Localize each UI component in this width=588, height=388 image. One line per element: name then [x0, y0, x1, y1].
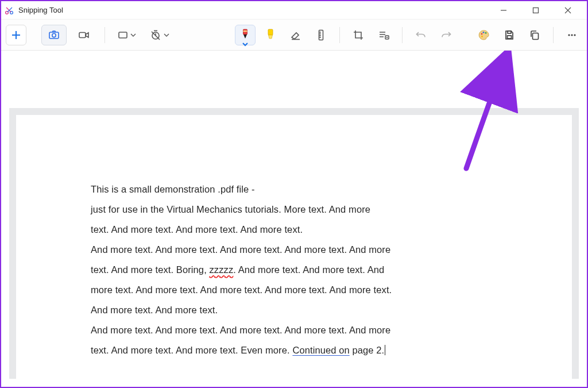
timer-off-icon [150, 29, 161, 41]
toolbar [1, 20, 587, 51]
svg-rect-32 [508, 31, 511, 33]
ellipsis-icon [566, 29, 578, 41]
snip-mode-button[interactable] [41, 25, 67, 45]
captured-image-frame: This is a small demonstration .pdf file … [9, 108, 579, 379]
app-icon [5, 6, 14, 15]
more-button[interactable] [562, 25, 582, 45]
pen-icon [240, 29, 250, 41]
svg-rect-13 [119, 32, 127, 38]
svg-point-28 [481, 33, 483, 34]
pen-tool-button[interactable] [235, 25, 256, 45]
svg-rect-12 [79, 32, 86, 37]
crop-icon [353, 29, 364, 41]
copy-button[interactable] [524, 25, 545, 45]
chevron-down-icon [130, 32, 136, 38]
svg-rect-20 [268, 29, 273, 35]
svg-rect-34 [533, 33, 539, 39]
svg-point-11 [52, 33, 56, 37]
undo-icon [415, 29, 427, 41]
redo-button[interactable] [436, 25, 457, 45]
new-snip-button[interactable] [6, 25, 26, 45]
svg-rect-5 [533, 7, 539, 13]
crop-tool-button[interactable] [348, 25, 369, 45]
record-mode-button[interactable] [71, 25, 96, 45]
svg-rect-18 [243, 29, 247, 34]
save-button[interactable] [499, 25, 520, 45]
svg-point-30 [485, 32, 487, 33]
window-title: Snipping Tool [18, 6, 493, 14]
palette-icon [478, 29, 490, 41]
undo-button[interactable] [411, 25, 431, 45]
copy-icon [529, 29, 540, 41]
redo-icon [440, 29, 452, 41]
ruler-icon [316, 29, 326, 41]
camera-icon [48, 29, 60, 41]
svg-rect-33 [508, 36, 512, 39]
title-bar: Snipping Tool [1, 1, 587, 20]
text-actions-button[interactable] [373, 25, 394, 45]
svg-point-35 [568, 34, 570, 36]
chevron-down-icon [242, 42, 249, 47]
svg-point-36 [571, 34, 572, 36]
svg-point-31 [481, 36, 483, 37]
svg-rect-19 [243, 30, 247, 32]
svg-line-17 [152, 32, 160, 40]
minimize-button[interactable] [493, 2, 514, 18]
text-actions-icon [378, 29, 389, 41]
delay-dropdown[interactable] [145, 25, 174, 45]
svg-point-37 [574, 34, 575, 36]
save-icon [504, 29, 515, 41]
window-controls [493, 2, 583, 18]
svg-rect-22 [319, 30, 323, 40]
rectangle-icon [118, 30, 128, 40]
captured-document-page[interactable]: This is a small demonstration .pdf file … [16, 115, 572, 379]
close-button[interactable] [557, 2, 579, 18]
eraser-tool-button[interactable] [285, 25, 306, 45]
edit-in-paint-button[interactable] [474, 25, 494, 45]
highlighter-icon [265, 29, 276, 41]
ruler-tool-button[interactable] [311, 25, 331, 45]
video-icon [78, 29, 90, 41]
eraser-icon [290, 29, 301, 41]
plus-icon [11, 30, 21, 40]
editor-canvas: This is a small demonstration .pdf file … [1, 51, 587, 387]
document-text: This is a small demonstration .pdf file … [91, 179, 412, 360]
highlighter-tool-button[interactable] [260, 25, 281, 45]
snip-shape-dropdown[interactable] [113, 25, 141, 45]
maximize-button[interactable] [525, 2, 547, 18]
svg-point-29 [483, 31, 485, 33]
chevron-down-icon [164, 32, 169, 38]
